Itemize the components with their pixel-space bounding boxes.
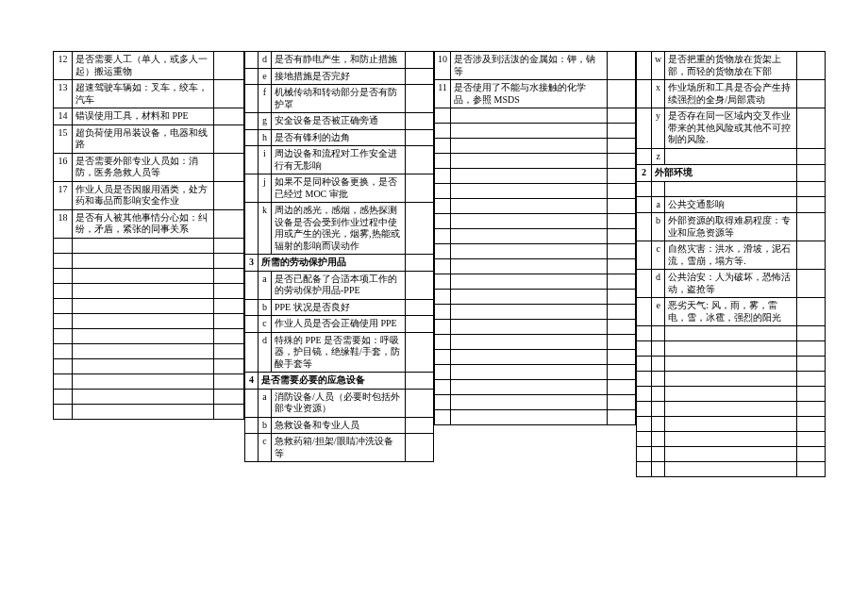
table-row-blank — [637, 357, 826, 372]
row-index: d — [652, 270, 665, 298]
section-cell — [245, 113, 259, 130]
section-cell — [637, 402, 652, 417]
row-text — [665, 181, 797, 196]
table-row-blank — [54, 343, 244, 358]
row-index — [435, 169, 451, 184]
row-index — [435, 229, 451, 244]
check-cell — [406, 146, 434, 174]
row-index — [435, 259, 451, 274]
check-cell — [608, 395, 636, 410]
check-cell — [214, 108, 244, 125]
row-text — [451, 154, 608, 169]
row-text: 恶劣天气: 风，雨，雾，雷电，雪，冰雹，强烈的阳光 — [665, 298, 797, 326]
row-text — [665, 372, 797, 387]
table-row-blank — [435, 305, 636, 320]
row-index — [652, 341, 665, 357]
section-cell — [637, 148, 652, 165]
check-cell — [608, 169, 636, 184]
row-text — [451, 290, 608, 305]
row-index: e — [259, 68, 272, 85]
table-row: 11是否使用了不能与水接触的化学品，参照 MSDS — [435, 80, 636, 108]
table-row-blank — [637, 387, 826, 402]
check-cell — [214, 52, 244, 80]
table-row-blank — [435, 139, 636, 154]
row-index — [435, 380, 451, 395]
check-cell — [608, 229, 636, 244]
check-cell — [797, 341, 826, 357]
row-index: b — [652, 213, 665, 241]
section-cell — [637, 326, 652, 341]
check-cell — [406, 417, 434, 434]
check-cell — [608, 184, 636, 199]
check-cell — [214, 283, 244, 298]
row-text: 是否已配备了合适本项工作的的劳动保护用品-PPE — [272, 271, 406, 299]
table-row-blank — [637, 181, 826, 196]
row-index — [54, 283, 73, 298]
row-text — [451, 199, 608, 214]
check-cell — [608, 410, 636, 425]
row-text — [665, 462, 797, 477]
section-cell — [637, 196, 652, 213]
check-cell — [608, 274, 636, 290]
row-text: 作业人员是否因服用酒类，处方药和毒品而影响安全作业 — [73, 181, 214, 209]
check-cell — [797, 417, 826, 432]
row-index: 18 — [54, 209, 73, 238]
check-cell — [797, 298, 826, 326]
row-text — [73, 313, 214, 328]
row-index — [54, 373, 73, 389]
table-row-blank — [435, 154, 636, 169]
table-row-blank — [435, 229, 636, 244]
row-text: 周边的感光，感烟，感热探测设备是否会受到作业过程中使用或产生的强光，烟雾,热能或… — [272, 203, 406, 255]
row-text — [665, 432, 797, 447]
table-row: 13超速驾驶车辆如：叉车，绞车，汽车 — [54, 80, 244, 108]
row-index — [435, 244, 451, 259]
row-index — [652, 417, 665, 432]
table-row: h是否有锋利的边角 — [245, 129, 434, 146]
table-row-blank — [54, 283, 244, 298]
section-cell — [637, 432, 652, 447]
section-cell — [637, 80, 652, 108]
form-sheet: 12是否需要人工（单人，或多人一起）搬运重物13超速驾驶车辆如：叉车，绞车，汽车… — [0, 0, 868, 614]
row-text: 自然灾害：洪水，滑坡，泥石流，雪崩，塌方等. — [665, 241, 797, 270]
section-cell — [637, 213, 652, 241]
row-index — [435, 320, 451, 335]
row-index — [54, 313, 73, 328]
row-index — [54, 238, 73, 253]
row-index — [54, 404, 73, 419]
check-cell — [214, 181, 244, 209]
check-cell — [608, 52, 636, 80]
table-row: 14错误使用工具，材料和 PPE — [54, 108, 244, 125]
row-index — [435, 305, 451, 320]
check-cell — [214, 358, 244, 373]
row-text — [451, 350, 608, 365]
check-cell — [608, 199, 636, 214]
section-number: 4 — [245, 373, 259, 390]
row-text: 急救设备和专业人员 — [272, 417, 406, 434]
row-text: 周边设备和流程对工作安全进行有无影响 — [272, 146, 406, 174]
row-index: 12 — [54, 52, 73, 80]
check-cell — [214, 253, 244, 268]
section-header: 2外部环境 — [637, 165, 826, 182]
section-cell — [637, 372, 652, 387]
section-cell — [245, 85, 259, 113]
table-row: c作业人员是否会正确使用 PPE — [245, 316, 434, 333]
table-row: w是否把重的货物放在货架上部，而轻的货物放在下部 — [637, 52, 826, 80]
row-text — [665, 148, 797, 165]
section-header: 4是否需要必要的应急设备 — [245, 373, 434, 390]
row-index: x — [652, 80, 665, 108]
row-index — [435, 184, 451, 199]
section-cell — [245, 52, 259, 69]
table-row-blank — [435, 335, 636, 350]
row-text — [451, 274, 608, 290]
table-row-blank — [54, 373, 244, 389]
table-row: e恶劣天气: 风，雨，雾，雷电，雪，冰雹，强烈的阳光 — [637, 298, 826, 326]
row-text — [665, 447, 797, 462]
row-index — [652, 357, 665, 372]
table-row: i周边设备和流程对工作安全进行有无影响 — [245, 146, 434, 174]
check-cell — [608, 259, 636, 274]
row-text — [73, 343, 214, 358]
table-row-blank — [54, 253, 244, 268]
check-cell — [608, 320, 636, 335]
check-cell — [608, 335, 636, 350]
row-index — [435, 124, 451, 139]
